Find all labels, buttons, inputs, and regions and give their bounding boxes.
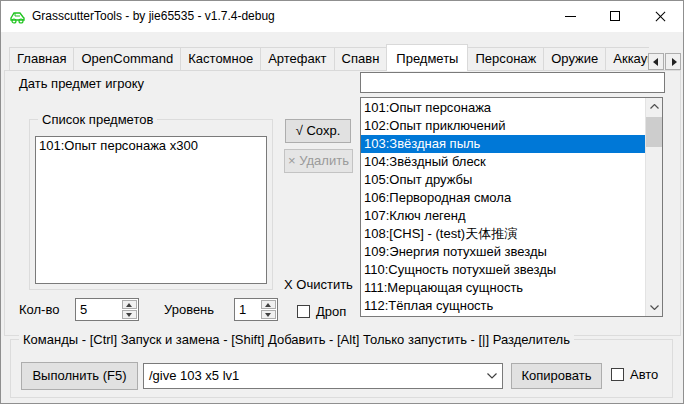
arrow-right-icon [672,58,677,66]
level-value: 1 [239,299,246,320]
drop-checkbox[interactable] [297,305,310,318]
app-logo-icon [9,8,26,25]
item-listbox[interactable]: 101:Опыт персонажа102:Опыт приключений10… [360,97,663,317]
level-spin-buttons [261,300,276,319]
tab-1[interactable]: Главная [9,47,74,71]
window-title: GrasscutterTools - by jie65535 - v1.7.4-… [32,1,275,32]
spin-down-icon[interactable] [261,310,276,319]
commands-group-box: Команды - [Ctrl] Запуск и замена - [Shif… [10,339,673,398]
scroll-down-button[interactable] [646,299,663,316]
item-list-row[interactable]: 109:Энергия потухшей звезды [361,243,645,261]
run-button[interactable]: Выполнить (F5) [21,362,138,390]
copy-button[interactable]: Копировать [511,363,602,389]
arrow-left-icon [653,58,658,66]
item-group-title: Список предметов [38,112,157,127]
clear-button[interactable]: X Очистить [284,277,353,292]
tab-7[interactable]: Персонаж [467,47,544,71]
item-list-row[interactable]: 105:Опыт дружбы [361,171,645,189]
count-stepper[interactable]: 5 [75,298,139,321]
close-icon [655,11,666,22]
delete-button: × Удалить [284,149,353,173]
tab-2[interactable]: OpenCommand [73,47,181,71]
tab-3[interactable]: Кастомное [180,47,261,71]
item-list-row[interactable]: 104:Звёздный блеск [361,153,645,171]
count-spin-buttons [122,300,137,319]
chevron-down-icon [650,305,659,310]
tab-scroll-left-button[interactable] [648,53,664,70]
item-list-row[interactable]: 107:Ключ легенд [361,207,645,225]
item-list-row[interactable]: 101:Опыт персонажа [361,99,645,117]
chevron-up-icon [650,104,659,109]
auto-checkbox[interactable] [611,368,624,381]
save-button[interactable]: √ Сохр. [285,119,351,143]
chevron-down-icon[interactable] [487,373,497,379]
tab-5[interactable]: Спавн [334,47,388,71]
saved-item-row[interactable]: 101:Опыт персонажа x300 [36,137,266,155]
count-label: Кол-во [19,302,59,317]
level-label: Уровень [164,302,214,317]
item-list-row[interactable]: 106:Первородная смола [361,189,645,207]
item-search-input[interactable] [360,72,665,93]
close-button[interactable] [638,1,683,32]
command-text: /give 103 x5 lv1 [149,364,239,388]
commands-group-title: Команды - [Ctrl] Запуск и замена - [Shif… [19,332,574,347]
drop-checkbox-label: Дроп [316,304,346,319]
app-window: GrasscutterTools - by jie65535 - v1.7.4-… [0,0,684,404]
saved-item-listbox[interactable]: 101:Опыт персонажа x300 [35,136,267,284]
tab-strip: ГлавнаяOpenCommandКастомноеАртефактСпавн… [9,44,649,71]
spin-up-icon[interactable] [261,300,276,309]
tab-scroll-right-button[interactable] [665,53,681,70]
item-list-row[interactable]: 110:Сущность потухшей звезды [361,261,645,279]
give-item-label: Дать предмет игроку [19,76,144,91]
spin-down-icon[interactable] [122,310,137,319]
command-combobox[interactable]: /give 103 x5 lv1 [143,363,503,389]
minimize-icon [565,16,576,17]
tab-4[interactable]: Артефакт [260,47,334,71]
item-list-row[interactable]: 103:Звёздная пыль [361,135,645,153]
item-group-box: Список предметов 101:Опыт персонажа x300 [29,119,273,290]
spin-up-icon[interactable] [122,300,137,309]
item-list-row[interactable]: 102:Опыт приключений [361,117,645,135]
title-bar: GrasscutterTools - by jie65535 - v1.7.4-… [1,1,683,32]
scrollbar-thumb[interactable] [646,117,663,147]
minimize-button[interactable] [548,1,593,32]
item-list-row[interactable]: 108:[CHS] - (test)天体推演 [361,225,645,243]
item-list-row[interactable]: 111:Мерцающая сущность [361,279,645,297]
level-stepper[interactable]: 1 [234,298,278,321]
item-list-scrollbar[interactable] [645,98,662,316]
item-list-rows: 101:Опыт персонажа102:Опыт приключений10… [361,99,645,315]
count-value: 5 [80,299,87,320]
scroll-up-button[interactable] [646,98,663,115]
tab-9[interactable]: Аккаун [605,47,649,71]
item-list-row[interactable]: 112:Тёплая сущность [361,297,645,315]
maximize-button[interactable] [593,1,638,32]
tab-8[interactable]: Оружие [543,47,606,71]
tab-6[interactable]: Предметы [386,44,468,71]
auto-checkbox-label: Авто [630,367,658,382]
maximize-icon [610,11,620,21]
